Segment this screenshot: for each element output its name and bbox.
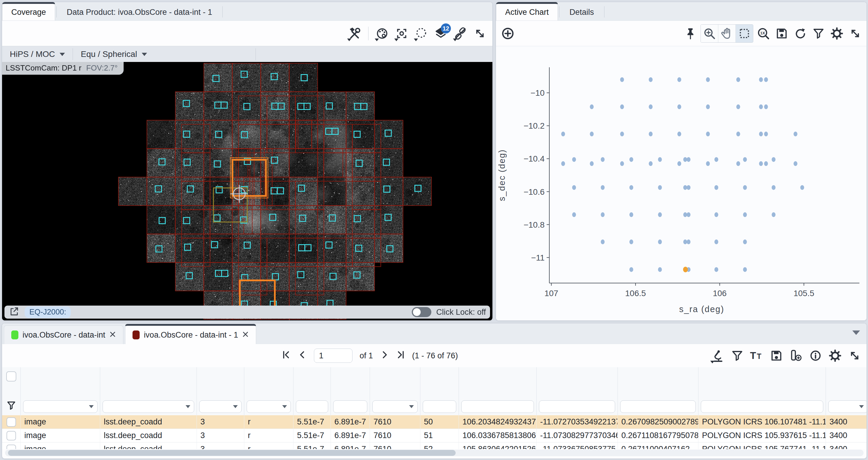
refresh-button[interactable] xyxy=(792,24,808,43)
column-filter-input[interactable] xyxy=(199,400,242,413)
column-filter-input[interactable] xyxy=(828,400,867,413)
scatter-chart[interactable]: 107106.5106105.5−10−10.2−10.4−10.6−10.8−… xyxy=(496,46,866,320)
data-point[interactable] xyxy=(800,185,804,190)
data-point[interactable] xyxy=(764,161,768,166)
column-header-s_dec[interactable] xyxy=(536,367,618,415)
circle-plus-button[interactable] xyxy=(499,24,516,43)
column-filter-input[interactable] xyxy=(102,400,194,413)
data-point[interactable] xyxy=(764,104,768,109)
column-filter-input[interactable] xyxy=(23,400,97,413)
column-header-dataproduct_type[interactable] xyxy=(21,367,100,415)
data-point[interactable] xyxy=(683,212,687,217)
column-filter-input[interactable] xyxy=(701,400,823,413)
column-header-calib_level[interactable] xyxy=(197,367,244,415)
column-filter-input[interactable] xyxy=(620,400,696,413)
rect-select-button[interactable] xyxy=(736,25,753,42)
data-point[interactable] xyxy=(649,78,652,82)
data-point[interactable] xyxy=(743,185,747,190)
data-point[interactable] xyxy=(561,132,565,136)
data-point[interactable] xyxy=(601,157,605,162)
data-point[interactable] xyxy=(743,267,747,272)
data-point[interactable] xyxy=(658,185,662,190)
data-point[interactable] xyxy=(714,240,718,244)
data-point[interactable] xyxy=(759,132,763,136)
data-point[interactable] xyxy=(706,161,710,166)
data-point[interactable] xyxy=(759,161,763,166)
data-point[interactable] xyxy=(677,78,681,82)
data-point[interactable] xyxy=(620,104,624,109)
data-point[interactable] xyxy=(706,78,710,82)
data-point[interactable] xyxy=(601,212,605,217)
text-case-button[interactable]: TT xyxy=(748,346,765,365)
table-row[interactable]: imagelsst.deep_coadd3r5.51e-76.891e-7761… xyxy=(2,415,867,429)
select-all-checkbox[interactable] xyxy=(6,371,16,381)
data-point[interactable] xyxy=(736,78,740,82)
save-button[interactable] xyxy=(773,24,790,43)
row-checkbox[interactable] xyxy=(6,444,16,449)
scrollbar-thumb[interactable] xyxy=(8,450,456,456)
data-point[interactable] xyxy=(677,132,681,136)
column-header-lsst_patch[interactable] xyxy=(421,367,459,415)
last-page-button[interactable] xyxy=(396,350,405,361)
selected-data-point[interactable] xyxy=(683,267,688,272)
data-point[interactable] xyxy=(629,240,633,244)
data-point[interactable] xyxy=(764,78,768,82)
column-header-s_ra[interactable] xyxy=(459,367,536,415)
data-point[interactable] xyxy=(590,161,594,166)
data-point[interactable] xyxy=(590,104,594,109)
tab-active-chart[interactable]: Active Chart xyxy=(496,2,558,21)
data-point[interactable] xyxy=(677,104,681,109)
external-link-icon[interactable] xyxy=(9,306,19,318)
save-button[interactable] xyxy=(768,346,785,365)
column-filter-input[interactable] xyxy=(539,400,615,413)
data-point[interactable] xyxy=(601,185,605,190)
projection-dropdown[interactable]: Equ / Spherical xyxy=(73,46,155,62)
gear-button[interactable] xyxy=(827,346,843,365)
data-point[interactable] xyxy=(736,161,740,166)
data-point[interactable] xyxy=(683,157,687,162)
data-point[interactable] xyxy=(759,104,763,109)
hips-moc-dropdown[interactable]: HiPS / MOC xyxy=(2,46,73,62)
expand-button[interactable] xyxy=(472,24,488,43)
data-point[interactable] xyxy=(649,161,652,166)
column-header-lsst_band[interactable] xyxy=(244,367,293,415)
unlink-button[interactable] xyxy=(452,24,469,43)
column-filter-input[interactable] xyxy=(372,400,418,413)
data-point[interactable] xyxy=(687,185,690,190)
data-point[interactable] xyxy=(759,78,763,82)
table-tab-1[interactable]: ivoa.ObsCore - data-int xyxy=(4,326,123,344)
data-point[interactable] xyxy=(764,132,768,136)
data-point[interactable] xyxy=(714,185,718,190)
data-point[interactable] xyxy=(772,157,776,162)
zoom-in-button[interactable] xyxy=(701,25,718,42)
layers-button[interactable]: 12 xyxy=(433,24,449,43)
pan-button[interactable] xyxy=(718,25,736,42)
data-point[interactable] xyxy=(683,185,687,190)
column-filter-input[interactable] xyxy=(296,400,328,413)
data-point[interactable] xyxy=(629,157,633,162)
data-point[interactable] xyxy=(794,132,798,136)
data-point[interactable] xyxy=(649,132,652,136)
filter-button[interactable] xyxy=(810,24,827,43)
column-filter-input[interactable] xyxy=(247,400,291,413)
next-page-button[interactable] xyxy=(380,350,389,361)
chevron-down-icon[interactable] xyxy=(852,331,860,335)
data-point[interactable] xyxy=(714,212,718,217)
column-header-s_region[interactable] xyxy=(699,367,826,415)
data-point[interactable] xyxy=(629,185,633,190)
table-row[interactable]: imagelsst.deep_coadd3r5.51e-76.891e-7761… xyxy=(2,429,867,442)
data-point[interactable] xyxy=(658,157,662,162)
close-icon[interactable] xyxy=(242,331,249,340)
filter-icon[interactable] xyxy=(6,400,16,412)
pin-button[interactable] xyxy=(682,24,699,43)
filter-button[interactable] xyxy=(729,346,746,365)
row-checkbox[interactable] xyxy=(6,431,16,440)
add-column-button[interactable] xyxy=(788,346,804,365)
data-point[interactable] xyxy=(743,212,747,217)
data-point[interactable] xyxy=(620,132,624,136)
info-button[interactable] xyxy=(807,346,824,365)
expand-button[interactable] xyxy=(846,346,863,365)
click-lock-toggle[interactable] xyxy=(412,307,431,317)
first-page-button[interactable] xyxy=(282,350,291,361)
data-point[interactable] xyxy=(677,161,681,166)
